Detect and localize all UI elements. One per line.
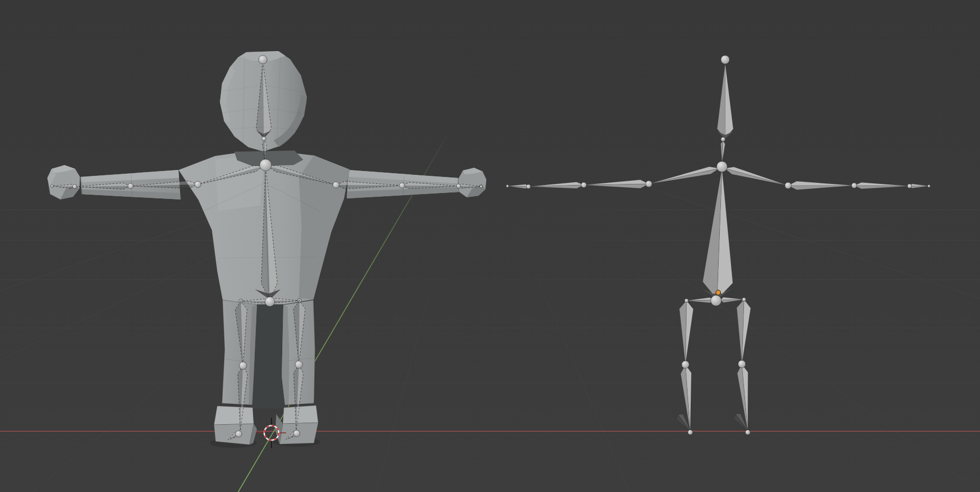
bone-joint[interactable] <box>51 185 54 188</box>
object-origin-dot[interactable] <box>716 290 721 295</box>
viewport-stage <box>0 0 980 492</box>
bone-joint[interactable] <box>785 182 791 189</box>
bone-joint[interactable] <box>688 430 693 435</box>
bone-joint[interactable] <box>239 362 247 369</box>
bone-joint[interactable] <box>907 184 912 188</box>
bone-joint[interactable] <box>742 298 746 302</box>
bone-joint[interactable] <box>195 181 201 188</box>
bone-joint[interactable] <box>259 55 267 64</box>
bone-joint[interactable] <box>646 181 652 187</box>
bone-joint[interactable] <box>399 183 405 188</box>
bone-joint[interactable] <box>746 430 750 435</box>
bone-joint[interactable] <box>239 299 243 303</box>
bone-joint[interactable] <box>73 184 77 189</box>
bone-joint[interactable] <box>235 431 242 437</box>
bone-joint[interactable] <box>717 161 727 172</box>
bone-joint[interactable] <box>685 299 689 303</box>
bone-joint[interactable] <box>721 137 725 141</box>
bone-joint[interactable] <box>262 137 266 141</box>
bone-joint[interactable] <box>581 182 586 188</box>
3d-viewport[interactable] <box>0 0 980 492</box>
bone-joint[interactable] <box>526 184 531 189</box>
bone-joint[interactable] <box>928 185 931 188</box>
bone-joint[interactable] <box>265 297 275 306</box>
bone-joint[interactable] <box>260 159 271 171</box>
bone-joint[interactable] <box>682 361 689 368</box>
bone-joint[interactable] <box>721 55 729 64</box>
bone-joint[interactable] <box>738 360 746 368</box>
bone-joint[interactable] <box>480 186 483 188</box>
viewport-background <box>0 0 980 492</box>
bone-joint[interactable] <box>295 361 303 368</box>
bone-joint[interactable] <box>297 298 302 303</box>
bone-joint[interactable] <box>711 295 721 306</box>
bone-joint[interactable] <box>456 184 461 188</box>
bone-joint[interactable] <box>333 182 339 188</box>
mesh-hand-left <box>47 165 80 199</box>
bone-joint[interactable] <box>506 185 509 188</box>
bone-joint[interactable] <box>128 183 133 189</box>
bone-joint[interactable] <box>294 430 300 437</box>
origin-dot[interactable] <box>716 290 721 295</box>
bone-joint[interactable] <box>852 183 857 188</box>
